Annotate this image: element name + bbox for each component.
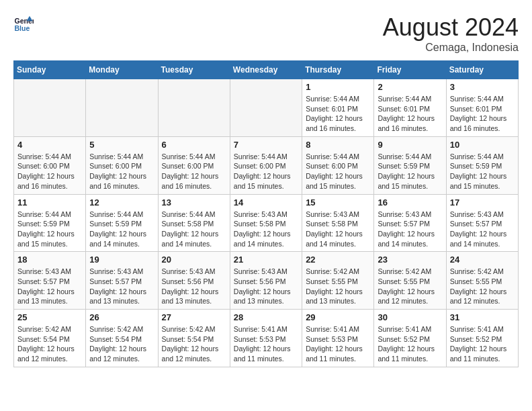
day-info: Sunrise: 5:44 AM Sunset: 6:01 PM Dayligh…	[378, 94, 442, 134]
calendar-cell: 4Sunrise: 5:44 AM Sunset: 6:00 PM Daylig…	[14, 136, 86, 194]
calendar-cell: 22Sunrise: 5:42 AM Sunset: 5:55 PM Dayli…	[302, 252, 374, 310]
page-header: General Blue August 2024 Cemaga, Indones…	[13, 13, 519, 54]
day-number: 3	[450, 82, 515, 92]
day-info: Sunrise: 5:44 AM Sunset: 5:59 PM Dayligh…	[17, 210, 82, 249]
day-number: 22	[306, 255, 370, 265]
weekday-header-thursday: Thursday	[302, 61, 374, 79]
day-info: Sunrise: 5:43 AM Sunset: 5:57 PM Dayligh…	[450, 210, 515, 249]
day-info: Sunrise: 5:44 AM Sunset: 6:00 PM Dayligh…	[17, 152, 82, 191]
logo: General Blue	[13, 13, 34, 34]
calendar-cell: 13Sunrise: 5:44 AM Sunset: 5:58 PM Dayli…	[158, 194, 230, 252]
day-info: Sunrise: 5:44 AM Sunset: 6:01 PM Dayligh…	[450, 94, 515, 134]
calendar-cell: 17Sunrise: 5:43 AM Sunset: 5:57 PM Dayli…	[446, 194, 518, 252]
day-number: 16	[378, 197, 442, 208]
day-info: Sunrise: 5:43 AM Sunset: 5:57 PM Dayligh…	[89, 267, 154, 306]
day-info: Sunrise: 5:44 AM Sunset: 6:01 PM Dayligh…	[306, 94, 370, 134]
calendar-table: SundayMondayTuesdayWednesdayThursdayFrid…	[13, 60, 519, 367]
day-number: 20	[162, 255, 226, 265]
calendar-cell: 3Sunrise: 5:44 AM Sunset: 6:01 PM Daylig…	[446, 79, 518, 137]
calendar-cell: 26Sunrise: 5:42 AM Sunset: 5:54 PM Dayli…	[86, 310, 158, 367]
day-info: Sunrise: 5:44 AM Sunset: 5:59 PM Dayligh…	[89, 210, 154, 249]
day-info: Sunrise: 5:44 AM Sunset: 6:00 PM Dayligh…	[234, 152, 298, 191]
weekday-header-row: SundayMondayTuesdayWednesdayThursdayFrid…	[14, 61, 519, 79]
calendar-cell	[158, 79, 230, 137]
day-info: Sunrise: 5:41 AM Sunset: 5:53 PM Dayligh…	[234, 324, 298, 364]
location-subtitle: Cemaga, Indonesia	[383, 42, 519, 54]
calendar-cell	[230, 79, 302, 137]
day-number: 24	[450, 255, 515, 265]
day-info: Sunrise: 5:43 AM Sunset: 5:58 PM Dayligh…	[234, 210, 298, 249]
calendar-cell: 8Sunrise: 5:44 AM Sunset: 6:00 PM Daylig…	[302, 136, 374, 194]
calendar-cell: 30Sunrise: 5:41 AM Sunset: 5:52 PM Dayli…	[374, 310, 446, 367]
day-number: 18	[17, 255, 82, 265]
day-number: 28	[234, 312, 298, 322]
calendar-week-row-3: 11Sunrise: 5:44 AM Sunset: 5:59 PM Dayli…	[14, 194, 519, 252]
calendar-cell: 18Sunrise: 5:43 AM Sunset: 5:57 PM Dayli…	[14, 252, 86, 310]
calendar-cell: 25Sunrise: 5:42 AM Sunset: 5:54 PM Dayli…	[14, 310, 86, 367]
day-number: 31	[450, 312, 515, 322]
day-number: 13	[162, 197, 226, 208]
calendar-cell: 24Sunrise: 5:42 AM Sunset: 5:55 PM Dayli…	[446, 252, 518, 310]
calendar-cell: 21Sunrise: 5:43 AM Sunset: 5:56 PM Dayli…	[230, 252, 302, 310]
day-number: 29	[306, 312, 370, 322]
logo-icon: General Blue	[13, 13, 34, 34]
day-number: 27	[162, 312, 226, 322]
day-info: Sunrise: 5:44 AM Sunset: 5:59 PM Dayligh…	[378, 152, 442, 191]
calendar-week-row-4: 18Sunrise: 5:43 AM Sunset: 5:57 PM Dayli…	[14, 252, 519, 310]
calendar-cell: 19Sunrise: 5:43 AM Sunset: 5:57 PM Dayli…	[86, 252, 158, 310]
day-number: 26	[89, 312, 154, 322]
day-number: 15	[306, 197, 370, 208]
day-number: 25	[17, 312, 82, 322]
calendar-cell: 15Sunrise: 5:43 AM Sunset: 5:58 PM Dayli…	[302, 194, 374, 252]
calendar-cell	[86, 79, 158, 137]
day-number: 19	[89, 255, 154, 265]
calendar-cell: 7Sunrise: 5:44 AM Sunset: 6:00 PM Daylig…	[230, 136, 302, 194]
day-number: 9	[378, 140, 442, 150]
day-info: Sunrise: 5:44 AM Sunset: 5:58 PM Dayligh…	[162, 210, 226, 249]
day-info: Sunrise: 5:41 AM Sunset: 5:52 PM Dayligh…	[450, 324, 515, 364]
day-number: 10	[450, 140, 515, 150]
day-number: 14	[234, 197, 298, 208]
day-info: Sunrise: 5:43 AM Sunset: 5:56 PM Dayligh…	[234, 267, 298, 306]
day-info: Sunrise: 5:42 AM Sunset: 5:55 PM Dayligh…	[378, 267, 442, 306]
day-number: 8	[306, 140, 370, 150]
day-info: Sunrise: 5:43 AM Sunset: 5:56 PM Dayligh…	[162, 267, 226, 306]
calendar-week-row-5: 25Sunrise: 5:42 AM Sunset: 5:54 PM Dayli…	[14, 310, 519, 367]
day-info: Sunrise: 5:42 AM Sunset: 5:54 PM Dayligh…	[17, 324, 82, 364]
day-info: Sunrise: 5:44 AM Sunset: 5:59 PM Dayligh…	[450, 152, 515, 191]
day-info: Sunrise: 5:44 AM Sunset: 6:00 PM Dayligh…	[306, 152, 370, 191]
day-info: Sunrise: 5:42 AM Sunset: 5:54 PM Dayligh…	[162, 324, 226, 364]
month-year-title: August 2024	[383, 13, 519, 42]
calendar-cell: 16Sunrise: 5:43 AM Sunset: 5:57 PM Dayli…	[374, 194, 446, 252]
calendar-cell: 5Sunrise: 5:44 AM Sunset: 6:00 PM Daylig…	[86, 136, 158, 194]
day-info: Sunrise: 5:41 AM Sunset: 5:52 PM Dayligh…	[378, 324, 442, 364]
calendar-cell: 1Sunrise: 5:44 AM Sunset: 6:01 PM Daylig…	[302, 79, 374, 137]
calendar-cell: 2Sunrise: 5:44 AM Sunset: 6:01 PM Daylig…	[374, 79, 446, 137]
day-number: 23	[378, 255, 442, 265]
day-info: Sunrise: 5:41 AM Sunset: 5:53 PM Dayligh…	[306, 324, 370, 364]
calendar-cell: 27Sunrise: 5:42 AM Sunset: 5:54 PM Dayli…	[158, 310, 230, 367]
day-number: 4	[17, 140, 82, 150]
day-info: Sunrise: 5:42 AM Sunset: 5:55 PM Dayligh…	[450, 267, 515, 306]
weekday-header-monday: Monday	[86, 61, 158, 79]
weekday-header-tuesday: Tuesday	[158, 61, 230, 79]
weekday-header-wednesday: Wednesday	[230, 61, 302, 79]
day-info: Sunrise: 5:44 AM Sunset: 6:00 PM Dayligh…	[89, 152, 154, 191]
day-number: 5	[89, 140, 154, 150]
calendar-cell: 14Sunrise: 5:43 AM Sunset: 5:58 PM Dayli…	[230, 194, 302, 252]
calendar-cell: 20Sunrise: 5:43 AM Sunset: 5:56 PM Dayli…	[158, 252, 230, 310]
day-number: 21	[234, 255, 298, 265]
day-info: Sunrise: 5:43 AM Sunset: 5:57 PM Dayligh…	[378, 210, 442, 249]
title-block: August 2024 Cemaga, Indonesia	[383, 13, 519, 54]
day-info: Sunrise: 5:44 AM Sunset: 6:00 PM Dayligh…	[162, 152, 226, 191]
day-number: 1	[306, 82, 370, 92]
calendar-cell: 10Sunrise: 5:44 AM Sunset: 5:59 PM Dayli…	[446, 136, 518, 194]
day-number: 11	[17, 197, 82, 208]
svg-text:Blue: Blue	[15, 24, 30, 32]
day-number: 12	[89, 197, 154, 208]
calendar-cell: 11Sunrise: 5:44 AM Sunset: 5:59 PM Dayli…	[14, 194, 86, 252]
calendar-cell: 6Sunrise: 5:44 AM Sunset: 6:00 PM Daylig…	[158, 136, 230, 194]
calendar-week-row-2: 4Sunrise: 5:44 AM Sunset: 6:00 PM Daylig…	[14, 136, 519, 194]
calendar-cell: 23Sunrise: 5:42 AM Sunset: 5:55 PM Dayli…	[374, 252, 446, 310]
weekday-header-sunday: Sunday	[14, 61, 86, 79]
